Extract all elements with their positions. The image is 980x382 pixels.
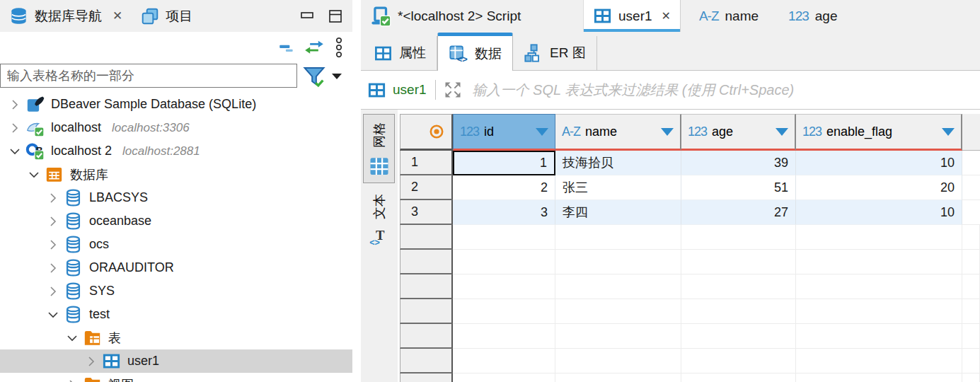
tree-item-数据库[interactable]: 数据库 [0,163,352,186]
chevron-right-icon[interactable] [7,121,23,135]
row-number-empty[interactable] [400,225,453,250]
empty-cell[interactable] [453,374,555,382]
view-tab-ER 图[interactable]: ER 图 [513,36,597,70]
row-number-empty[interactable] [400,324,453,349]
column-header-enable_flag[interactable]: 123enable_flag [796,114,962,151]
chevron-right-icon[interactable] [45,238,61,252]
empty-cell[interactable] [555,324,681,349]
cell-enable_flag[interactable]: 10 [796,200,962,225]
cell-name[interactable]: 技海拾贝 [555,151,681,175]
tree-item-user1[interactable]: user1 [0,349,352,373]
sort-dropdown-icon[interactable] [942,128,955,136]
tab-projects[interactable]: 项目 [132,0,202,32]
chevron-right-icon[interactable] [64,378,80,382]
tree-item-localhost 2[interactable]: Blocalhost 2localhost:2881 [0,139,352,163]
empty-cell[interactable] [796,299,962,324]
sql-filter-placeholder[interactable]: 输入一个 SQL 表达式来过滤结果 (使用 Ctrl+Space) [473,81,795,100]
presentation-文本[interactable]: 文本T<> [363,186,395,254]
row-number-empty[interactable] [400,274,453,299]
empty-cell[interactable] [681,274,796,299]
empty-cell[interactable] [681,349,796,374]
tree-item-test[interactable]: test [0,303,352,326]
view-tab-数据[interactable]: <>数据 [437,33,513,71]
empty-cell[interactable] [453,324,555,349]
collapse-all-icon[interactable] [277,38,296,57]
close-icon[interactable]: ✕ [113,8,122,23]
chevron-down-icon[interactable] [64,331,80,345]
cell-age[interactable]: 27 [681,200,796,225]
empty-cell[interactable] [681,225,796,250]
maximize-icon[interactable] [327,8,344,25]
filter-dropdown-icon[interactable] [332,74,342,79]
chevron-right-icon[interactable] [45,191,61,205]
column-header-name[interactable]: A-Zname [555,114,681,151]
empty-cell[interactable] [555,349,681,374]
cell-id[interactable]: 3 [453,200,555,225]
column-header-id[interactable]: 123id [453,114,555,151]
tree-item-LBACSYS[interactable]: LBACSYS [0,186,352,209]
empty-cell[interactable] [681,299,796,324]
editor-tab--localhost-2-Script[interactable]: *<localhost 2> Script [361,0,584,32]
empty-cell[interactable] [555,374,681,382]
empty-cell[interactable] [681,324,796,349]
tree-item-视图[interactable]: 视图 [0,373,352,382]
tab-database-navigator[interactable]: 数据库导航 ✕ [0,0,132,32]
tree-item-ocs[interactable]: ocs [0,233,352,256]
grid-corner-cell[interactable] [400,114,453,151]
chevron-right-icon[interactable] [45,214,61,228]
cell-name[interactable]: 张三 [555,175,681,200]
row-number[interactable]: 3 [400,200,453,225]
row-number-empty[interactable] [400,299,453,324]
cell-id[interactable]: 2 [453,175,555,200]
chevron-right-icon[interactable] [45,284,61,299]
row-number[interactable]: 1 [400,151,453,175]
chevron-right-icon[interactable] [45,261,61,275]
tree-item-SYS[interactable]: SYS [0,279,352,303]
empty-cell[interactable] [555,225,681,250]
row-number-empty[interactable] [400,349,453,374]
cell-name[interactable]: 李四 [555,200,681,225]
empty-cell[interactable] [453,349,555,374]
tree-item-localhost[interactable]: localhostlocalhost:3306 [0,116,352,139]
row-number-empty[interactable] [400,374,453,382]
chevron-right-icon[interactable] [83,354,99,369]
empty-cell[interactable] [796,274,962,299]
chevron-right-icon[interactable] [7,98,23,112]
empty-cell[interactable] [796,324,962,349]
cell-enable_flag[interactable]: 20 [796,175,962,200]
empty-cell[interactable] [453,225,555,250]
sort-dropdown-icon[interactable] [661,128,674,136]
empty-cell[interactable] [453,250,555,274]
presentation-网格[interactable]: 网格 [363,114,395,183]
row-number-empty[interactable] [400,250,453,274]
column-header-age[interactable]: 123age [681,114,796,151]
panel-sash[interactable] [352,0,361,382]
cell-age[interactable]: 51 [681,175,796,200]
chevron-down-icon[interactable] [7,144,23,158]
empty-cell[interactable] [555,299,681,324]
chevron-down-icon[interactable] [26,168,42,182]
sort-dropdown-icon[interactable] [536,128,548,136]
tree-item-oceanbase[interactable]: oceanbase [0,209,352,233]
empty-cell[interactable] [796,349,962,374]
tree-item-ORAAUDITOR[interactable]: ORAAUDITOR [0,256,352,279]
column-tab-age[interactable]: 123age [777,0,848,32]
tree-item-DBeaver Sample Database (SQLite)[interactable]: DBeaver Sample Database (SQLite) [0,93,352,116]
sort-dropdown-icon[interactable] [776,128,788,136]
view-menu-icon[interactable] [333,37,345,58]
link-editor-icon[interactable] [304,37,324,57]
empty-cell[interactable] [681,374,796,382]
empty-cell[interactable] [555,250,681,274]
row-number[interactable]: 2 [400,175,453,200]
empty-cell[interactable] [555,274,681,299]
minimize-icon[interactable] [299,8,316,25]
view-tab-属性[interactable]: 属性 [363,36,437,70]
expand-icon[interactable] [443,80,463,100]
close-icon[interactable]: ✕ [662,9,671,23]
empty-cell[interactable] [453,274,555,299]
column-tab-name[interactable]: A-Zname [688,0,770,32]
filter-funnel-icon[interactable] [302,64,326,88]
empty-cell[interactable] [796,250,962,274]
chevron-down-icon[interactable] [45,308,61,322]
cell-enable_flag[interactable]: 10 [796,151,962,175]
